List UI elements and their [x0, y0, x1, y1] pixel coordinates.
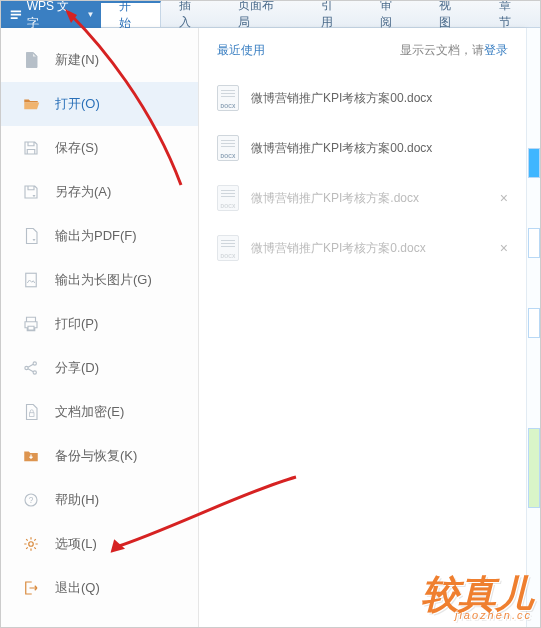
docx-file-icon [217, 235, 239, 261]
new-file-icon [21, 50, 41, 70]
svg-point-3 [33, 371, 36, 374]
wps-logo-icon [9, 8, 23, 22]
menu-help[interactable]: ? 帮助(H) [1, 478, 198, 522]
menu-label: 输出为PDF(F) [55, 227, 137, 245]
menu-encrypt[interactable]: 文档加密(E) [1, 390, 198, 434]
recent-pane: 最近使用 显示云文档，请登录 微博营销推广KPI考核方案00.docx × 微博… [199, 28, 526, 628]
tab-review[interactable]: 审阅 [362, 1, 421, 27]
menu-open[interactable]: 打开(O) [1, 82, 198, 126]
recent-filename: 微博营销推广KPI考核方案00.docx [251, 140, 432, 157]
menu-print[interactable]: 打印(P) [1, 302, 198, 346]
menu-new[interactable]: 新建(N) [1, 38, 198, 82]
gear-icon [21, 534, 41, 554]
recent-filename: 微博营销推广KPI考核方案0.docx [251, 240, 426, 257]
tab-insert[interactable]: 插入 [161, 1, 220, 27]
menu-options[interactable]: 选项(L) [1, 522, 198, 566]
recent-item[interactable]: 微博营销推广KPI考核方案00.docx × [213, 73, 512, 123]
print-icon [21, 314, 41, 334]
save-icon [21, 138, 41, 158]
tab-layout[interactable]: 页面布局 [220, 1, 303, 27]
menu-label: 输出为长图片(G) [55, 271, 152, 289]
backup-icon [21, 446, 41, 466]
saveas-icon [21, 182, 41, 202]
menu-label: 备份与恢复(K) [55, 447, 137, 465]
svg-point-1 [25, 366, 28, 369]
recent-item[interactable]: 微博营销推广KPI考核方案.docx × [213, 173, 512, 223]
menu-share[interactable]: 分享(D) [1, 346, 198, 390]
menu-label: 帮助(H) [55, 491, 99, 509]
topbar: WPS 文字 ▼ 开始 插入 页面布局 引用 审阅 视图 章节 [1, 1, 540, 28]
svg-text:?: ? [29, 496, 34, 505]
open-folder-icon [21, 94, 41, 114]
menu-label: 退出(Q) [55, 579, 100, 597]
tab-start[interactable]: 开始 [101, 1, 161, 27]
menu-export-pdf[interactable]: 输出为PDF(F) [1, 214, 198, 258]
recent-header: 最近使用 显示云文档，请登录 [213, 40, 512, 73]
menu-backup[interactable]: 备份与恢复(K) [1, 434, 198, 478]
menu-exit[interactable]: 退出(Q) [1, 566, 198, 610]
recent-filename: 微博营销推广KPI考核方案00.docx [251, 90, 432, 107]
menu-label: 另存为(A) [55, 183, 111, 201]
menu-save[interactable]: 保存(S) [1, 126, 198, 170]
help-icon: ? [21, 490, 41, 510]
ribbon-tabs: 开始 插入 页面布局 引用 审阅 视图 章节 [101, 1, 540, 27]
docx-file-icon [217, 85, 239, 111]
svg-rect-4 [30, 413, 35, 417]
recent-item[interactable]: 微博营销推广KPI考核方案0.docx × [213, 223, 512, 273]
app-brand[interactable]: WPS 文字 ▼ [1, 1, 101, 28]
watermark: 较真儿 jiaozhen.cc [421, 577, 532, 621]
docx-file-icon [217, 185, 239, 211]
menu-export-image[interactable]: 输出为长图片(G) [1, 258, 198, 302]
brand-dropdown-icon: ▼ [87, 10, 95, 19]
docx-file-icon [217, 135, 239, 161]
login-link[interactable]: 登录 [484, 43, 508, 57]
pdf-icon [21, 226, 41, 246]
recent-item[interactable]: 微博营销推广KPI考核方案00.docx × [213, 123, 512, 173]
file-menu-panel: 新建(N) 打开(O) 保存(S) 另存为(A) 输出为PDF(F) [1, 28, 526, 628]
recent-title: 最近使用 [217, 42, 265, 59]
recent-filename: 微博营销推广KPI考核方案.docx [251, 190, 419, 207]
menu-saveas[interactable]: 另存为(A) [1, 170, 198, 214]
menu-label: 打印(P) [55, 315, 98, 333]
svg-point-2 [33, 362, 36, 365]
menu-label: 保存(S) [55, 139, 98, 157]
remove-recent-icon[interactable]: × [500, 240, 508, 256]
lock-icon [21, 402, 41, 422]
remove-recent-icon[interactable]: × [500, 190, 508, 206]
tab-view[interactable]: 视图 [421, 1, 480, 27]
long-image-icon [21, 270, 41, 290]
menu-label: 分享(D) [55, 359, 99, 377]
exit-icon [21, 578, 41, 598]
cloud-hint: 显示云文档，请登录 [400, 42, 508, 59]
tab-chapter[interactable]: 章节 [481, 1, 540, 27]
file-menu-sidebar: 新建(N) 打开(O) 保存(S) 另存为(A) 输出为PDF(F) [1, 28, 199, 628]
svg-point-7 [29, 542, 34, 547]
app-brand-label: WPS 文字 [27, 0, 81, 32]
background-doc-edge [526, 28, 540, 628]
share-icon [21, 358, 41, 378]
svg-rect-0 [26, 273, 37, 287]
menu-label: 新建(N) [55, 51, 99, 69]
menu-label: 文档加密(E) [55, 403, 124, 421]
tab-ref[interactable]: 引用 [303, 1, 362, 27]
menu-label: 选项(L) [55, 535, 97, 553]
menu-label: 打开(O) [55, 95, 100, 113]
